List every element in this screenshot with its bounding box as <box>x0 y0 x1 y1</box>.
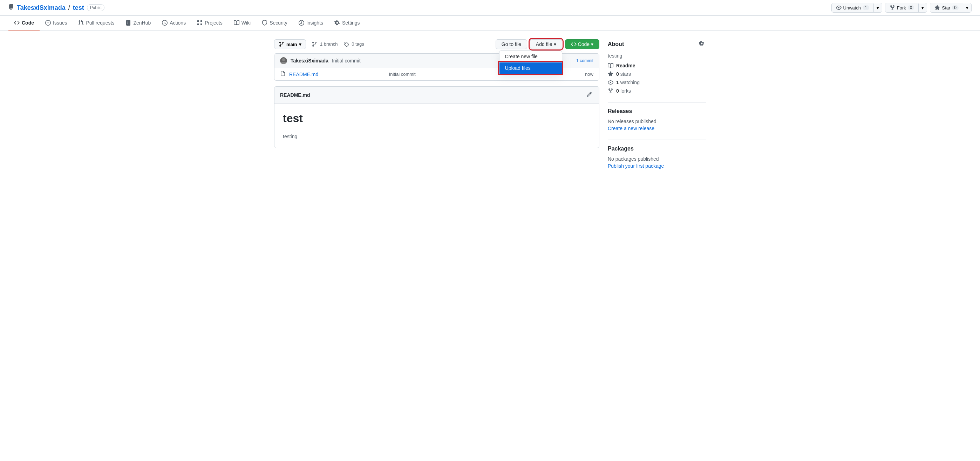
no-releases-text: No releases published <box>608 119 706 124</box>
readme-box: README.md test testing <box>274 86 599 148</box>
readme-header: README.md <box>274 87 599 104</box>
code-caret: ▾ <box>591 41 593 47</box>
about-settings-button[interactable] <box>697 39 706 49</box>
commit-author: TakesxiSximada <box>291 58 328 64</box>
tab-code-label: Code <box>22 20 34 26</box>
branches-count: 1 <box>320 41 323 47</box>
tab-zenhub-label: ZenHub <box>133 20 151 26</box>
repo-content: main ▾ 1 branch 0 tags Go to file <box>274 39 599 177</box>
add-file-caret: ▾ <box>554 41 556 47</box>
avatar <box>280 57 287 64</box>
forks-stat: 0 forks <box>608 88 706 94</box>
repo-name-link[interactable]: test <box>73 4 84 11</box>
about-title: About <box>608 39 706 49</box>
tab-actions-label: Actions <box>170 20 186 26</box>
unwatch-label: Unwatch <box>843 5 861 11</box>
svg-point-0 <box>282 58 285 61</box>
upload-files-option[interactable]: Upload files <box>500 62 562 74</box>
publish-package-link[interactable]: Publish your first package <box>608 163 706 169</box>
readme-body: test testing <box>274 104 599 148</box>
branch-stats: 1 branch 0 tags <box>312 41 364 47</box>
tags-label: tags <box>355 41 364 47</box>
fork-button[interactable]: Fork 0 <box>885 3 919 12</box>
create-new-file-option[interactable]: Create new file <box>500 51 562 62</box>
tab-issues[interactable]: Issues <box>40 16 73 30</box>
tab-projects[interactable]: Projects <box>191 16 228 30</box>
repo-title: TakesxiSximada / test Public <box>8 4 105 11</box>
branch-bar: main ▾ 1 branch 0 tags Go to file <box>274 39 599 49</box>
star-btn-group: Star 0 ▾ <box>930 3 972 13</box>
tab-security[interactable]: Security <box>256 16 293 30</box>
tags-count: 0 <box>352 41 354 47</box>
sidebar-desc: testing <box>608 53 706 59</box>
add-file-button[interactable]: Add file ▾ <box>530 39 562 49</box>
branch-selector[interactable]: main ▾ <box>274 39 306 49</box>
unwatch-caret[interactable]: ▾ <box>873 3 882 12</box>
tags-link[interactable]: 0 tags <box>344 41 364 47</box>
tab-insights[interactable]: Insights <box>293 16 329 30</box>
repo-owner-link[interactable]: TakesxiSximada <box>17 4 65 11</box>
add-file-label: Add file <box>536 41 552 47</box>
unwatch-button[interactable]: Unwatch 1 <box>832 3 873 12</box>
edit-readme-button[interactable] <box>585 90 593 100</box>
create-release-link[interactable]: Create a new release <box>608 126 706 131</box>
visibility-badge: Public <box>87 4 105 11</box>
tab-pull-requests-label: Pull requests <box>86 20 114 26</box>
watching-count[interactable]: 1 <box>616 80 619 85</box>
repo-icon <box>8 4 14 11</box>
tab-settings-label: Settings <box>342 20 360 26</box>
top-bar: TakesxiSximada / test Public Unwatch 1 ▾… <box>0 0 980 16</box>
stars-stat: 0 stars <box>608 71 706 77</box>
tab-settings[interactable]: Settings <box>329 16 366 30</box>
no-packages-text: No packages published <box>608 156 706 162</box>
commits-count: 1 <box>576 58 579 63</box>
top-bar-actions: Unwatch 1 ▾ Fork 0 ▾ Star 0 ▾ <box>831 3 972 13</box>
branches-link[interactable]: 1 branch <box>312 41 337 47</box>
watching-stat: 1 watching <box>608 80 706 85</box>
releases-title: Releases <box>608 108 706 114</box>
add-file-dropdown: Create new file Upload files <box>499 51 562 74</box>
stars-count[interactable]: 0 <box>616 71 619 77</box>
forks-count[interactable]: 0 <box>616 88 619 94</box>
go-to-file-button[interactable]: Go to file <box>496 39 527 49</box>
file-time: now <box>585 72 593 77</box>
star-button[interactable]: Star 0 <box>930 3 963 12</box>
tab-actions[interactable]: Actions <box>156 16 191 30</box>
readme-link[interactable]: Readme <box>616 63 635 69</box>
tab-wiki[interactable]: Wiki <box>228 16 256 30</box>
packages-section: Packages No packages published Publish y… <box>608 145 706 169</box>
fork-label: Fork <box>897 5 906 11</box>
add-file-container: Add file ▾ Create new file Upload files <box>530 39 562 49</box>
tab-pull-requests[interactable]: Pull requests <box>73 16 120 30</box>
file-name[interactable]: README.md <box>289 72 385 77</box>
unwatch-count: 1 <box>862 5 869 10</box>
readme-text: testing <box>283 134 590 139</box>
unwatch-btn-group: Unwatch 1 ▾ <box>831 3 882 13</box>
code-button[interactable]: Code ▾ <box>565 39 599 49</box>
sidebar-divider-2 <box>608 140 706 140</box>
sidebar-divider-1 <box>608 102 706 102</box>
commit-link[interactable]: 1 commit <box>576 58 593 63</box>
tab-security-label: Security <box>269 20 287 26</box>
star-caret[interactable]: ▾ <box>963 3 971 12</box>
sidebar: About testing Readme 0 stars 1 watching … <box>608 39 706 177</box>
fork-count: 0 <box>908 5 915 10</box>
tab-insights-label: Insights <box>306 20 323 26</box>
star-label: Star <box>942 5 950 11</box>
branch-name: main <box>286 42 297 47</box>
commits-label: commit <box>580 58 593 63</box>
branches-label: branch <box>324 41 338 47</box>
tab-wiki-label: Wiki <box>242 20 251 26</box>
readme-title: test <box>283 112 590 128</box>
svg-point-1 <box>281 62 286 64</box>
commit-message: Initial commit <box>332 58 361 64</box>
about-section: About testing Readme 0 stars 1 watching … <box>608 39 706 94</box>
tab-zenhub[interactable]: ZenHub <box>120 16 156 30</box>
tab-code[interactable]: Code <box>8 16 40 30</box>
fork-caret[interactable]: ▾ <box>918 3 927 12</box>
slash-separator: / <box>68 4 70 11</box>
code-button-label: Code <box>578 41 590 47</box>
packages-title: Packages <box>608 145 706 152</box>
forks-label: forks <box>620 88 631 94</box>
branch-actions: Go to file Add file ▾ Create new file Up… <box>496 39 599 49</box>
